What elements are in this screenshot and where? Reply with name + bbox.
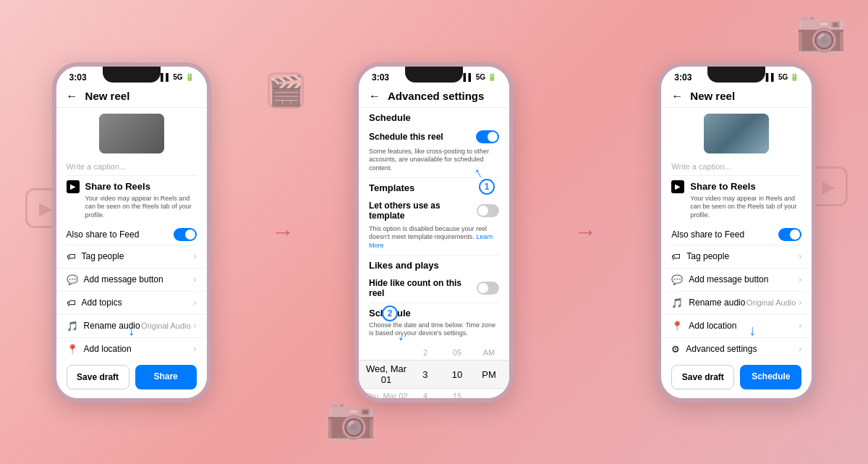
phone2-hide-like-toggle[interactable] <box>477 282 499 295</box>
phone2-notch <box>405 67 463 83</box>
phone2-picker-row-3[interactable]: Thu, Mar 02 4 15 <box>359 389 509 398</box>
phone2-picker-h-2: 3 <box>411 369 440 380</box>
phone3-tag-label: Tag people <box>686 251 729 261</box>
phone1-tag-icon: 🏷 <box>67 251 76 262</box>
phone2: 3:03 ▌▌ 5G 🔋 ← Advanced settings Schedul… <box>354 62 514 402</box>
phone2-schedule-toggle[interactable] <box>476 130 499 143</box>
phone1-location-label: Add location <box>84 344 132 354</box>
phone3-battery: 🔋 <box>790 73 799 81</box>
phone1-msg-chevron: › <box>194 274 197 284</box>
phone1-audio-icon: 🎵 <box>67 321 78 332</box>
phone3-back-icon[interactable]: ← <box>671 90 683 103</box>
phone1-tag-people-row[interactable]: 🏷 Tag people › <box>56 245 207 269</box>
phone3-location-chevron: › <box>799 321 801 331</box>
bg-insta-icon-bottom-mid: 📷 <box>326 395 376 442</box>
phone1-also-share-row: Also share to Feed <box>56 224 207 245</box>
arrow1-symbol: → <box>271 219 294 245</box>
phone1-add-topics-row[interactable]: 🏷 Add topics › <box>56 292 207 315</box>
phone3-location-row[interactable]: 📍 Add location › <box>661 315 812 338</box>
phone2-picker-h-1: 2 <box>411 348 440 357</box>
phone2-template-toggle[interactable] <box>477 204 499 217</box>
phone1-topics-label: Add topics <box>82 298 122 308</box>
phone3-msg-btn-row[interactable]: 💬 Add message button › <box>661 269 812 292</box>
phone1-also-share-label: Also share to Feed <box>67 229 140 240</box>
phone1-also-share-toggle[interactable] <box>174 228 197 241</box>
phone3-content: Edit cover Write a caption... ▶ Share to… <box>661 108 812 359</box>
phone3-share-reels-header: ▶ Share to Reels <box>661 176 812 195</box>
phone1-battery: 🔋 <box>185 73 194 81</box>
phone2-annotation-1: 1 <box>479 179 495 195</box>
phone1-msg-label: Add message button <box>84 274 163 284</box>
phone2-hide-like-row[interactable]: Hide like count on this reel <box>359 274 509 303</box>
phone2-template-desc: This option is disabled because your ree… <box>359 225 509 255</box>
phone2-picker-ampm-1: AM <box>475 348 503 357</box>
phone3-rename-audio-row[interactable]: 🎵 Rename audio Original Audio › <box>661 292 812 315</box>
phone3-cover-thumb[interactable]: Edit cover <box>704 114 769 153</box>
phone1-blue-arrow: ↓ <box>128 322 135 339</box>
phone3-schedule-btn[interactable]: Schedule <box>740 365 801 389</box>
phone2-picker-m-2: 10 <box>443 369 472 380</box>
phone2-title: Advanced settings <box>388 90 484 102</box>
phone2-likes-section: Likes and plays <box>359 256 509 274</box>
phone3: 3:03 ▌▌ 5G 🔋 ← New reel Edit cover Write… <box>657 62 816 402</box>
phone3-bottom-btns: Save draft Schedule <box>661 359 812 398</box>
phone2-date-picker[interactable]: 2 05 AM Wed, Mar 01 3 10 PM Thu, Mar 02 … <box>359 342 509 398</box>
phone1-cover-thumb[interactable]: Edit cover <box>99 114 164 153</box>
phone1-audio-value: Original Audio <box>141 321 191 330</box>
phone1-location-row[interactable]: 📍 Add location › <box>56 338 207 359</box>
phone1-reels-icon: ▶ <box>67 180 80 193</box>
phone3-navbar: ← New reel <box>661 85 812 108</box>
phone1-msg-icon: 💬 <box>67 274 78 285</box>
phone1-save-draft-btn[interactable]: Save draft <box>67 365 129 389</box>
phone3-status-icons: ▌▌ 5G 🔋 <box>766 73 799 81</box>
phone3-location-label: Add location <box>689 321 736 331</box>
phone2-back-icon[interactable]: ← <box>369 90 380 103</box>
phone2-schedule-reel-row[interactable]: Schedule this reel <box>359 126 509 148</box>
phone2-hide-like-label: Hide like count on this reel <box>369 278 477 298</box>
phone1-location-icon: 📍 <box>67 344 78 355</box>
phone2-network: 5G <box>476 73 485 81</box>
phone2-battery: 🔋 <box>488 73 496 81</box>
phone2-picker-date-2: Wed, Mar 01 <box>365 363 408 385</box>
arrow1: → <box>271 219 294 245</box>
phone3-blue-arrow: ↓ <box>749 322 756 339</box>
phone1-time: 3:03 <box>69 72 87 83</box>
phone1-tag-label: Tag people <box>82 251 124 261</box>
phone2-schedule-reel-label: Schedule this reel <box>369 132 443 142</box>
phone1-content: Edit cover Write a caption... ▶ Share to… <box>56 108 207 359</box>
phone2-time: 3:03 <box>372 72 389 83</box>
phone1-notch <box>103 67 161 83</box>
phone1-share-reels-desc: Your video may appear in Reels and can b… <box>56 195 207 224</box>
phone1-topics-icon: 🏷 <box>67 298 76 308</box>
phone2-picker-row-1[interactable]: 2 05 AM <box>359 345 509 360</box>
phone2-picker-h-3: 4 <box>411 392 440 398</box>
phone1-topics-chevron: › <box>194 298 197 308</box>
phone3-advanced-row[interactable]: ⚙ Advanced settings › <box>661 338 812 359</box>
phone1-share-btn[interactable]: Share <box>135 365 197 389</box>
phone3-time: 3:03 <box>674 72 692 83</box>
phone2-picker-m-3: 15 <box>443 392 472 398</box>
phone1-back-icon[interactable]: ← <box>67 90 78 103</box>
phone2-content: Schedule Schedule this reel Some feature… <box>359 108 509 398</box>
phone3-also-share-toggle[interactable] <box>778 228 801 241</box>
phone3-audio-label: Rename audio <box>689 298 745 308</box>
phone3-tag-icon: 🏷 <box>671 251 681 262</box>
phone2-picker-row-2[interactable]: Wed, Mar 01 3 10 PM <box>359 360 509 389</box>
phone2-template-label: Let others use as template <box>369 201 477 221</box>
phone3-signal: ▌▌ <box>766 73 776 81</box>
phone1-msg-btn-row[interactable]: 💬 Add message button › <box>56 269 207 292</box>
phone1-caption[interactable]: Write a caption... <box>56 159 207 175</box>
phone3-location-icon: 📍 <box>671 321 683 332</box>
bg-reel-icon-center: 🎬 <box>268 72 304 109</box>
phone2-template-row[interactable]: Let others use as template <box>359 196 509 225</box>
phone3-notch <box>707 67 765 83</box>
phone3-save-draft-btn[interactable]: Save draft <box>671 365 734 389</box>
phone3-adv-label: Advanced settings <box>686 344 757 354</box>
phone3-tag-people-row[interactable]: 🏷 Tag people › <box>661 245 812 269</box>
phone3-caption[interactable]: Write a caption... <box>661 159 812 175</box>
phone1-audio-chevron: › <box>194 321 197 331</box>
phone2-annotation-2: 2 <box>382 305 398 321</box>
phone2-picker-date-3: Thu, Mar 02 <box>365 392 408 398</box>
phone3-share-reels-title: Share to Reels <box>690 181 755 192</box>
phone2-template-desc-text: This option is disabled because your ree… <box>369 225 487 241</box>
